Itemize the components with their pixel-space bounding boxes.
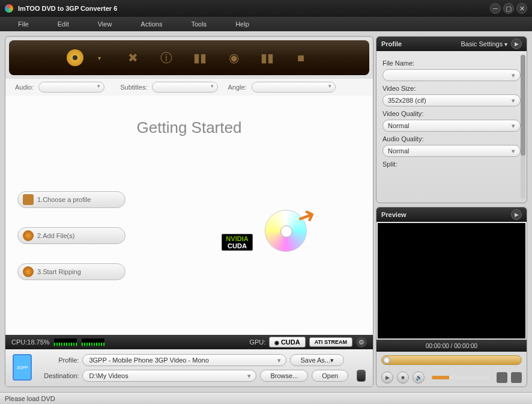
cpu-meter-1 (53, 338, 77, 346)
nvidia-cuda-badge: NVIDIA CUDA (222, 234, 253, 251)
menubar: File Edit View Actions Tools Help (0, 17, 532, 31)
step-add-files[interactable]: 2.Add File(s) (17, 227, 125, 244)
menu-file[interactable]: File (18, 20, 29, 28)
main-toolbar: ▾ ✖ ⓘ ▮▮ ◉ ▮▮ ■ (9, 40, 369, 75)
statusbar: Please load DVD (0, 392, 532, 404)
preview-video (378, 223, 525, 338)
preview-panel: Preview ▶ 00:00:00 / 00:00:00 ▶ ■ 🔊 (376, 207, 527, 387)
cpu-bar: CPU:18.75% GPU: ◉ CUDA ATI STREAM ⚙ (5, 335, 373, 349)
preview-title: Preview (381, 211, 507, 218)
profile-label: Profile: (38, 357, 79, 364)
left-panel: ▾ ✖ ⓘ ▮▮ ◉ ▮▮ ■ Audio: Subtitles: Angle:… (5, 36, 373, 387)
preview-timecode: 00:00:00 / 00:00:00 (376, 340, 527, 352)
videoquality-label: Video Quality: (382, 110, 521, 117)
cuda-badge: ◉ CUDA (269, 337, 305, 347)
status-text: Please load DVD (5, 395, 55, 402)
app-logo-icon (5, 4, 13, 13)
split-label: Split: (382, 161, 521, 168)
snapshot-button[interactable] (497, 372, 507, 383)
add-files-step-icon (23, 230, 34, 241)
angle-select[interactable] (252, 82, 336, 93)
subtitles-label: Subtitles: (120, 84, 147, 91)
filters-row: Audio: Subtitles: Angle: (5, 79, 373, 96)
step2-label: 2.Add File(s) (37, 232, 74, 239)
profile-select[interactable]: 3GPP - Mobile Phone 3GP Video - Mono (82, 354, 286, 366)
minimize-button[interactable]: ─ (490, 3, 501, 14)
audio-select[interactable] (38, 82, 104, 93)
save-as-button[interactable]: Save As... ▾ (290, 354, 344, 366)
profile-scrollbar[interactable] (521, 55, 525, 199)
volume-icon[interactable]: 🔊 (413, 372, 425, 384)
nvidia-cuda: CUDA (228, 242, 247, 249)
filename-input[interactable] (382, 69, 521, 81)
rip-button[interactable]: ◉ (223, 47, 244, 69)
rip-step-icon (23, 266, 34, 277)
stop-button[interactable]: ■ (290, 47, 312, 69)
destination-label: Destination: (38, 372, 79, 379)
stop-preview-button[interactable]: ■ (397, 372, 409, 384)
seek-slider[interactable] (381, 355, 522, 365)
menu-edit[interactable]: Edit (58, 20, 69, 28)
dvd-graphic-icon: ➜ (265, 210, 313, 258)
titlebar: ImTOO DVD to 3GP Converter 6 ─ ▢ ✕ (0, 0, 532, 17)
audio-label: Audio: (15, 84, 34, 91)
menu-help[interactable]: Help (235, 20, 249, 28)
profile-collapse-button[interactable]: ▶ (511, 38, 522, 49)
play-button[interactable]: ▶ (381, 372, 393, 384)
load-dvd-button[interactable] (67, 49, 83, 66)
format-icon: 3GPP (13, 354, 32, 381)
subtitles-select[interactable] (152, 82, 218, 93)
step3-label: 3.Start Ripping (37, 268, 81, 275)
profile-settings-dropdown[interactable]: Basic Settings ▾ (461, 40, 507, 47)
menu-view[interactable]: View (98, 20, 112, 28)
settings-gear-icon[interactable]: ⚙ (356, 337, 367, 347)
ati-badge: ATI STREAM (309, 337, 352, 347)
profile-step-icon (23, 194, 34, 205)
angle-label: Angle: (228, 84, 246, 91)
menu-actions[interactable]: Actions (141, 20, 162, 28)
preview-collapse-button[interactable]: ▶ (511, 209, 522, 220)
pause-button[interactable]: ▮▮ (256, 47, 278, 69)
info-button[interactable]: ⓘ (156, 47, 177, 69)
bottom-bar: 3GPP Profile: 3GPP - Mobile Phone 3GP Vi… (5, 349, 373, 387)
step-start-ripping[interactable]: 3.Start Ripping (17, 263, 125, 280)
maximize-button[interactable]: ▢ (503, 3, 514, 14)
videosize-select[interactable]: 352x288 (cif) (382, 94, 521, 106)
cpu-meter-2 (81, 338, 105, 346)
filename-label: File Name: (382, 60, 521, 67)
step1-label: 1.Choose a profile (37, 196, 91, 203)
clip-button[interactable]: ▮▮ (189, 47, 211, 69)
profile-panel-title: Profile (381, 40, 458, 47)
videoquality-select[interactable]: Normal (382, 120, 521, 132)
browse-button[interactable]: Browse... (260, 370, 308, 382)
audioquality-label: Audio Quality: (382, 135, 521, 142)
destination-select[interactable]: D:\My Videos (82, 370, 256, 382)
getting-started-heading: Getting Started (17, 118, 361, 137)
profile-panel: Profile Basic Settings ▾ ▶ File Name: Vi… (376, 36, 527, 203)
delete-button[interactable]: ✖ (122, 47, 144, 69)
audioquality-select[interactable]: Normal (382, 145, 521, 157)
cpu-label: CPU:18.75% (11, 338, 50, 346)
close-button[interactable]: ✕ (516, 3, 527, 14)
app-title: ImTOO DVD to 3GP Converter 6 (18, 5, 488, 12)
gpu-label: GPU: (249, 338, 265, 346)
volume-slider[interactable] (432, 376, 489, 379)
open-button[interactable]: Open (312, 370, 348, 382)
nvidia-brand: NVIDIA (226, 235, 248, 242)
step-choose-profile[interactable]: 1.Choose a profile (17, 191, 125, 208)
videosize-label: Video Size: (382, 85, 521, 92)
menu-tools[interactable]: Tools (191, 20, 207, 28)
camera-button[interactable] (511, 372, 522, 383)
corner-button[interactable] (357, 370, 366, 382)
main-area: Getting Started 1.Choose a profile 2.Add… (5, 96, 373, 335)
load-dvd-menu-chevron-icon[interactable]: ▾ (88, 47, 110, 69)
